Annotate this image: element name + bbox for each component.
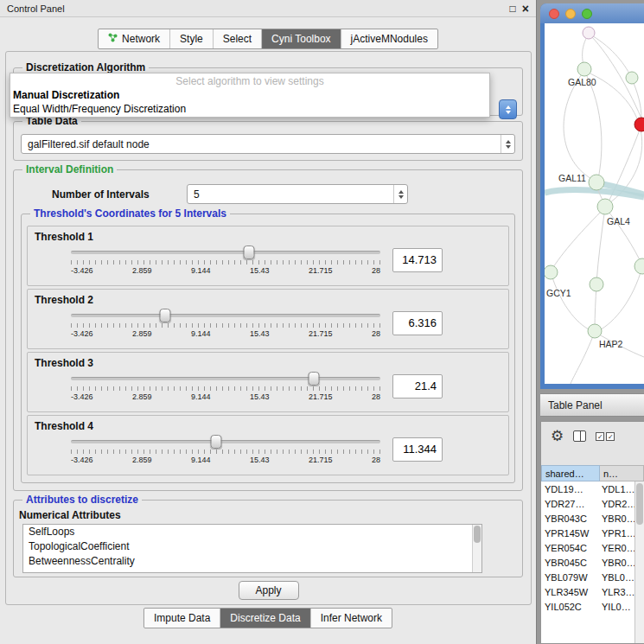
threshold-1-value[interactable]: 14.713 bbox=[392, 248, 443, 272]
table-row[interactable]: YIL052CYIL0… bbox=[541, 599, 634, 614]
tab-style[interactable]: Style bbox=[170, 29, 214, 48]
slider-thumb[interactable] bbox=[160, 309, 171, 322]
network-node[interactable] bbox=[545, 265, 558, 279]
cell-name: YBR0… bbox=[600, 558, 634, 568]
column-header-shared-name[interactable]: shared… bbox=[541, 465, 600, 481]
close-window-button[interactable]: × bbox=[522, 3, 529, 15]
table-panel-window: ⚙ ✓ ✓ shared… n… YDL19…YDL1… YDR27…YDR2…… bbox=[540, 421, 644, 644]
slider-ticks bbox=[71, 323, 380, 328]
network-node[interactable] bbox=[634, 258, 644, 274]
network-node[interactable] bbox=[597, 199, 613, 214]
network-node[interactable] bbox=[588, 324, 602, 338]
threshold-3-slider[interactable]: -3.426 2.859 9.144 15.43 21.715 28 bbox=[71, 371, 380, 401]
tab-network[interactable]: Network bbox=[99, 29, 170, 48]
slider-thumb[interactable] bbox=[243, 245, 254, 259]
cell-shared-name: YBR043C bbox=[541, 513, 600, 524]
algorithm-dropdown-popup: Select algorithm to view settings Manual… bbox=[10, 73, 490, 118]
threshold-4-value[interactable]: 11.344 bbox=[392, 437, 443, 462]
scrollbar-thumb[interactable] bbox=[474, 526, 481, 543]
slider-track[interactable] bbox=[71, 377, 380, 380]
tab-impute-data[interactable]: Impute Data bbox=[144, 609, 220, 628]
network-node[interactable] bbox=[590, 277, 603, 291]
threshold-1-slider[interactable]: -3.426 2.859 9.144 15.43 21.715 28 bbox=[71, 245, 380, 275]
table-row[interactable]: YDR27…YDR2… bbox=[541, 496, 634, 511]
table-row[interactable]: YPR145WYPR1… bbox=[541, 526, 634, 540]
scale-label: 28 bbox=[372, 329, 380, 338]
tab-jactivemnodules[interactable]: jActiveMNodules bbox=[341, 29, 437, 48]
close-traffic-light[interactable] bbox=[549, 9, 559, 19]
stepper-down-icon bbox=[399, 195, 404, 199]
tab-cyni-toolbox[interactable]: Cyni Toolbox bbox=[262, 29, 341, 48]
tab-cyni-toolbox-label: Cyni Toolbox bbox=[271, 33, 330, 45]
table-row[interactable]: YDL19…YDL1… bbox=[541, 481, 634, 496]
columns-icon[interactable] bbox=[573, 430, 586, 442]
slider-scale: -3.426 2.859 9.144 15.43 21.715 28 bbox=[71, 456, 380, 464]
tab-infer-network[interactable]: Infer Network bbox=[311, 609, 392, 628]
zoom-traffic-light[interactable] bbox=[582, 9, 592, 19]
table-row[interactable]: YER054CYER0… bbox=[541, 540, 634, 555]
threshold-3-value[interactable]: 21.4 bbox=[392, 374, 443, 399]
threshold-2-value[interactable]: 6.316 bbox=[392, 311, 443, 335]
threshold-2-label: Threshold 2 bbox=[35, 294, 501, 306]
network-window-titlebar bbox=[540, 3, 644, 23]
algorithm-option-equal-width[interactable]: Equal Width/Frequency Discretization bbox=[10, 102, 489, 116]
tab-discretize-data[interactable]: Discretize Data bbox=[220, 609, 310, 628]
float-window-button[interactable]: □ bbox=[510, 3, 516, 14]
table-data-combo[interactable]: galFiltered.sif default node bbox=[21, 134, 515, 154]
cell-name: YDL1… bbox=[600, 484, 634, 494]
network-view-window: GAL80 GAL11 GAL4 GCY1 HAP2 bbox=[540, 3, 644, 389]
list-item[interactable]: BetweennessCentrality bbox=[23, 554, 481, 569]
network-canvas[interactable]: GAL80 GAL11 GAL4 GCY1 HAP2 bbox=[545, 23, 644, 384]
network-node[interactable] bbox=[589, 175, 604, 190]
slider-track[interactable] bbox=[71, 440, 380, 443]
table-row[interactable]: YBL079WYBL0… bbox=[541, 570, 634, 584]
attributes-list-scrollbar[interactable] bbox=[472, 525, 481, 572]
minimize-traffic-light[interactable] bbox=[565, 9, 576, 19]
gear-icon[interactable]: ⚙ bbox=[551, 429, 564, 443]
slider-track[interactable] bbox=[71, 251, 380, 254]
scale-label: -3.426 bbox=[71, 392, 93, 401]
tab-infer-network-label: Infer Network bbox=[321, 612, 382, 624]
scale-label: 21.715 bbox=[309, 456, 333, 464]
algorithm-option-manual[interactable]: Manual Discretization bbox=[10, 88, 489, 102]
node-label: GAL80 bbox=[568, 77, 596, 87]
network-node-selected[interactable] bbox=[634, 118, 644, 131]
table-scrollbar[interactable] bbox=[634, 481, 644, 643]
tab-select[interactable]: Select bbox=[214, 29, 262, 48]
algorithm-combo-stepper[interactable] bbox=[499, 99, 517, 119]
threshold-4-slider[interactable]: -3.426 2.859 9.144 15.43 21.715 28 bbox=[71, 434, 380, 464]
apply-button[interactable]: Apply bbox=[238, 581, 298, 600]
threshold-2-slider[interactable]: -3.426 2.859 9.144 15.43 21.715 28 bbox=[71, 308, 380, 338]
list-item[interactable]: TopologicalCoefficient bbox=[23, 539, 481, 554]
table-row[interactable]: YLR345WYLR3… bbox=[541, 584, 634, 599]
slider-track[interactable] bbox=[71, 314, 380, 317]
attributes-group-title: Attributes to discretize bbox=[22, 494, 142, 506]
control-panel-titlebar: Control Panel □ × bbox=[0, 0, 536, 17]
scale-label: 2.859 bbox=[132, 456, 152, 464]
combo-stepper-icon bbox=[393, 185, 407, 203]
number-of-intervals-combo[interactable]: 5 bbox=[187, 184, 408, 204]
slider-scale: -3.426 2.859 9.144 15.43 21.715 28 bbox=[71, 392, 380, 401]
cell-name: YPR1… bbox=[600, 528, 634, 539]
checkbox-icon: ✓ bbox=[596, 432, 604, 441]
slider-thumb[interactable] bbox=[309, 372, 320, 386]
select-columns-icon[interactable]: ✓ ✓ bbox=[596, 432, 615, 441]
network-node[interactable] bbox=[577, 62, 591, 76]
combo-stepper-icon bbox=[501, 135, 514, 153]
column-header-name[interactable]: n… bbox=[600, 465, 644, 481]
stepper-down-icon bbox=[506, 145, 511, 149]
list-item[interactable]: SelfLoops bbox=[23, 525, 481, 539]
discretization-algorithm-group-title: Discretization Algorithm bbox=[22, 61, 149, 73]
attributes-group: Attributes to discretize Numerical Attri… bbox=[13, 500, 523, 577]
scrollbar-thumb[interactable] bbox=[636, 483, 643, 525]
scale-label: 2.859 bbox=[132, 392, 152, 401]
table-row[interactable]: YBR043CYBR0… bbox=[541, 511, 634, 526]
network-node[interactable] bbox=[583, 27, 595, 39]
scale-label: -3.426 bbox=[71, 456, 93, 464]
table-row[interactable]: YBR045CYBR0… bbox=[541, 555, 634, 570]
cell-shared-name: YLR345W bbox=[541, 587, 600, 597]
slider-thumb[interactable] bbox=[211, 435, 222, 449]
tab-network-label: Network bbox=[122, 33, 160, 45]
algorithm-placeholder: Select algorithm to view settings bbox=[10, 75, 489, 88]
network-node[interactable] bbox=[626, 72, 638, 84]
